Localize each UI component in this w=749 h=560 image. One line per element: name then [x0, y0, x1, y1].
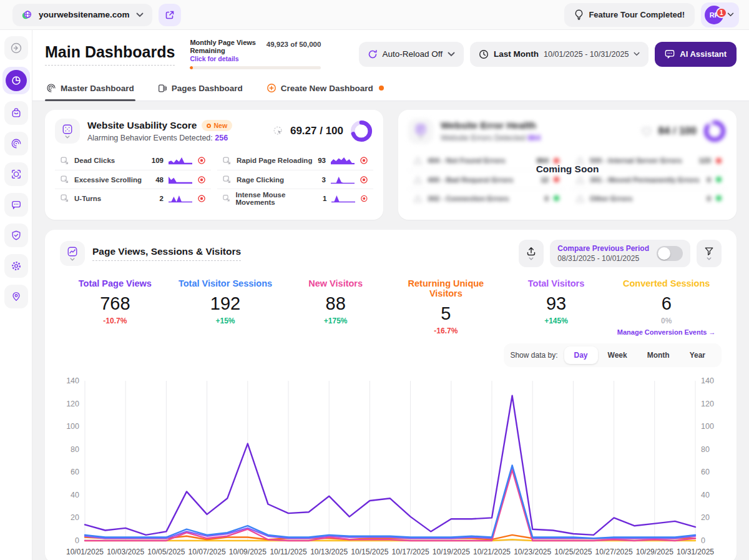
panel-icon-tile[interactable] — [60, 241, 85, 266]
svg-text:60: 60 — [701, 468, 710, 477]
feature-tour-label: Feature Tour Completed! — [589, 10, 685, 19]
granularity-day[interactable]: Day — [564, 346, 598, 364]
compare-toggle[interactable] — [657, 246, 683, 261]
feature-tour-button[interactable]: Feature Tour Completed! — [564, 3, 695, 27]
tab-pages-dashboard[interactable]: Pages Dashboard — [157, 80, 244, 101]
svg-text:10/01/2025: 10/01/2025 — [66, 548, 104, 556]
quota-progress-bar — [190, 66, 321, 69]
chevron-down-icon — [65, 135, 70, 139]
stat-column: Converted Sessions 6 0% Manage Conversio… — [611, 278, 722, 336]
location-pin-icon — [11, 291, 22, 302]
record-icon — [197, 194, 206, 203]
svg-text:10/17/2025: 10/17/2025 — [392, 548, 429, 556]
compare-previous-period: Compare Previous Period 08/31/2025 - 10/… — [550, 240, 690, 267]
auto-reload-dropdown[interactable]: Auto-Reload Off — [359, 42, 464, 67]
dashboard-tabs: Master Dashboard Pages Dashboard Create … — [32, 73, 749, 101]
chevron-down-icon — [418, 135, 423, 139]
usability-title: Website Usability Score — [87, 120, 197, 131]
usability-metric-row[interactable]: Intense Mouse Movements 1 — [217, 189, 373, 207]
refresh-icon — [368, 49, 378, 59]
clock-icon — [479, 49, 489, 59]
quota-value: 49,923 of 50,000 — [267, 41, 321, 48]
sidebar-item-feedback[interactable] — [4, 193, 28, 217]
granularity-month[interactable]: Month — [637, 346, 680, 364]
stat-label: New Visitors — [280, 278, 391, 288]
tab-create-new-dashboard[interactable]: Create New Dashboard — [265, 79, 385, 101]
stat-value: 6 — [611, 293, 722, 314]
filter-button[interactable] — [697, 240, 722, 267]
quota-details-link[interactable]: Click for details — [190, 55, 262, 62]
svg-text:120: 120 — [701, 400, 714, 408]
granularity-control: Show data by: DayWeekMonthYear — [504, 343, 722, 367]
sidebar — [0, 30, 32, 560]
auto-reload-label: Auto-Reload Off — [383, 49, 443, 59]
sidebar-item-locations[interactable] — [4, 285, 28, 308]
status-dot — [554, 158, 559, 164]
sidebar-item-security[interactable] — [4, 224, 28, 247]
stat-column: Total Visitor Sessions 192 +15% — [170, 278, 281, 336]
tag-icon — [60, 156, 69, 165]
svg-text:0: 0 — [701, 536, 705, 545]
export-button[interactable] — [519, 240, 544, 267]
stat-label: Converted Sessions — [611, 278, 722, 288]
chevron-down-icon — [448, 52, 455, 57]
svg-text:120: 120 — [66, 400, 79, 408]
page-views-panel: Page Views, Sessions & Visitors Compare — [45, 230, 737, 560]
user-menu[interactable]: RF 1 — [701, 2, 739, 27]
usability-metric-row[interactable]: U-Turns 2 — [55, 189, 211, 207]
status-dot — [554, 177, 559, 182]
manage-conversion-events-link[interactable]: Manage Conversion Events → — [611, 328, 722, 336]
export-icon — [526, 247, 536, 256]
top-bar: yourwebsitename.com Feature Tour Complet… — [0, 0, 749, 30]
sidebar-item-dashboards[interactable] — [2, 67, 30, 94]
svg-text:20: 20 — [701, 514, 710, 523]
sidebar-item-store[interactable] — [4, 101, 28, 125]
tab-master-dashboard[interactable]: Master Dashboard — [45, 79, 135, 101]
usability-card-icon-tile[interactable] — [55, 119, 80, 144]
stat-label: Total Page Views — [60, 278, 170, 288]
svg-text:10/13/2025: 10/13/2025 — [310, 548, 348, 556]
open-website-button[interactable] — [159, 4, 181, 26]
stat-column: Returning Unique Visitors 5 -16.7% — [391, 278, 501, 336]
warning-triangle-icon — [575, 175, 585, 184]
chevron-down-icon — [529, 257, 534, 260]
usability-metric-row[interactable]: Rapid Page Reloading 93 — [217, 151, 373, 170]
usability-metric-row[interactable]: Rage Clicking 3 — [217, 170, 373, 189]
granularity-year[interactable]: Year — [680, 346, 715, 364]
swirl-icon — [46, 83, 56, 93]
sidebar-item-settings[interactable] — [4, 254, 28, 278]
svg-text:140: 140 — [66, 376, 79, 385]
warning-triangle-icon — [575, 194, 585, 203]
record-icon — [197, 175, 206, 184]
stat-label: Total Visitors — [501, 278, 612, 288]
sidebar-item-recordings[interactable] — [4, 132, 28, 155]
line-chart[interactable]: 00202040406060808010010012012014014010/0… — [60, 371, 722, 559]
lightbulb-icon — [574, 9, 584, 20]
series-total-visitor-sessions — [85, 466, 695, 539]
error-gauge — [703, 119, 727, 143]
svg-text:80: 80 — [71, 445, 79, 454]
stats-row: Total Page Views 768 -10.7% Total Visito… — [60, 278, 722, 336]
date-range-picker[interactable]: Last Month 10/01/2025 - 10/31/2025 — [470, 42, 649, 67]
tag-icon — [222, 175, 232, 184]
stat-column: Total Visitors 93 +145% — [501, 278, 612, 336]
svg-text:10/09/2025: 10/09/2025 — [229, 548, 267, 556]
usability-metric-row[interactable]: Excessive Scrolling 48 — [55, 170, 211, 189]
website-selector[interactable]: yourwebsitename.com — [12, 4, 152, 26]
stat-column: New Visitors 88 +175% — [280, 278, 391, 336]
granularity-week[interactable]: Week — [598, 346, 637, 364]
svg-text:140: 140 — [701, 376, 714, 385]
sidebar-collapse-button[interactable] — [4, 36, 28, 60]
sparkline — [169, 194, 192, 203]
panel-title: Page Views, Sessions & Visitors — [92, 246, 241, 261]
tab-label: Pages Dashboard — [172, 84, 243, 93]
error-card-icon-tile[interactable] — [408, 119, 433, 144]
usability-metric-row[interactable]: Dead Clicks 109 — [55, 151, 211, 170]
sidebar-item-focus[interactable] — [4, 162, 28, 186]
usability-score: 69.27 / 100 — [290, 125, 343, 137]
error-health-icon — [415, 124, 426, 135]
usability-grid-icon — [62, 124, 73, 135]
ai-assistant-button[interactable]: AI Assistant — [655, 42, 737, 67]
svg-text:10/31/2025: 10/31/2025 — [677, 548, 714, 556]
stat-column: Total Page Views 768 -10.7% — [60, 278, 170, 336]
